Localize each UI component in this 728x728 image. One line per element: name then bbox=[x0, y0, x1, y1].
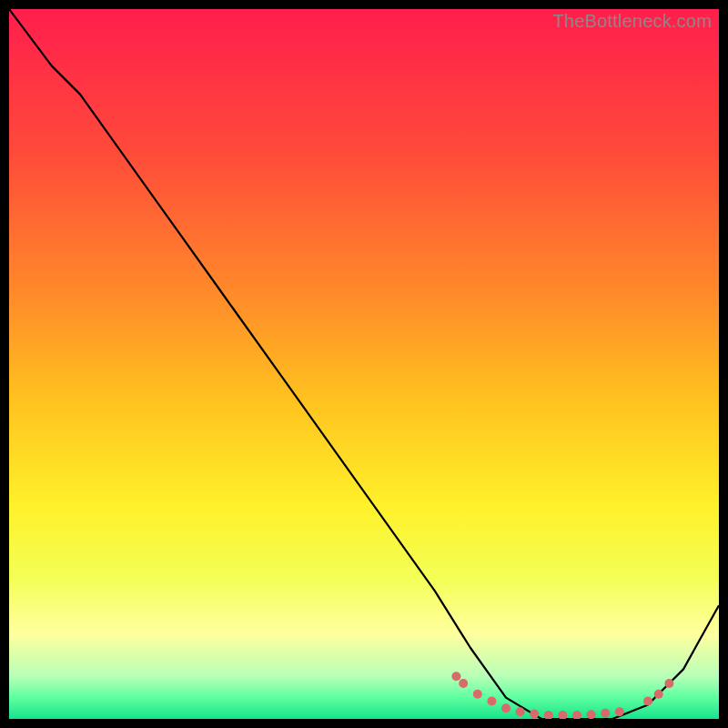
marker-dot bbox=[459, 679, 468, 688]
marker-dot bbox=[487, 697, 496, 706]
chart-frame: TheBottleneck.com bbox=[9, 9, 719, 719]
marker-dot bbox=[473, 690, 482, 699]
marker-dot bbox=[615, 707, 624, 716]
marker-dot bbox=[643, 697, 652, 706]
marker-dot bbox=[516, 707, 525, 716]
gradient-background bbox=[9, 9, 719, 719]
chart-svg bbox=[9, 9, 719, 719]
marker-dot bbox=[664, 679, 673, 688]
watermark-text: TheBottleneck.com bbox=[552, 11, 712, 32]
marker-dot bbox=[654, 690, 663, 699]
marker-dot bbox=[530, 710, 539, 719]
marker-dot bbox=[601, 709, 610, 718]
marker-dot bbox=[451, 672, 460, 681]
marker-dot bbox=[501, 703, 511, 713]
marker-dot bbox=[587, 710, 596, 719]
